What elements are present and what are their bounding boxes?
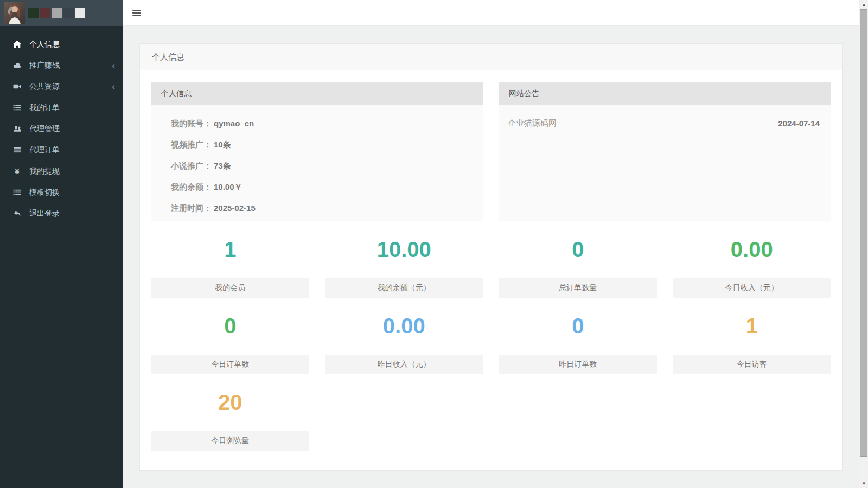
stat-label: 我的余额（元） [326,278,483,298]
stat-card-today-pageviews: 20 今日浏览量 [151,374,309,451]
main-card: 个人信息 个人信息 我的账号：qymao_cn 视频推广：10条 [139,43,843,471]
yen-icon: ¥ [13,167,21,175]
page-title: 个人信息 [140,44,842,70]
stats-grid: 1 我的会员 10.00 我的余额（元） 0 总订单数量 0.00 今日收入（元… [151,221,831,451]
profile-panel-title: 个人信息 [151,82,483,105]
stat-label: 今日访客 [673,355,831,374]
list-icon [13,188,21,196]
scroll-up-icon[interactable]: ▲ [859,0,868,9]
sidebar-item-label: 模板切换 [29,188,116,197]
stat-label: 昨日收入（元） [326,355,483,374]
home-icon [13,40,21,48]
logo-swatch [75,8,85,18]
stat-value: 1 [151,221,309,278]
sidebar-item-template-switch[interactable]: 模板切换 [0,182,123,203]
sidebar-item-promotion[interactable]: 推广赚钱 ‹ [0,55,123,76]
stat-label: 昨日订单数 [499,355,657,374]
profile-row-register-time: 注册时间：2025-02-15 [171,197,483,219]
vertical-scrollbar[interactable]: ▲ ▼ [859,0,868,488]
stat-card-total-orders: 0 总订单数量 [499,221,657,298]
sidebar-item-label: 个人信息 [29,40,116,49]
sidebar-item-profile[interactable]: 个人信息 [0,34,123,55]
sidebar-item-agent-management[interactable]: 代理管理 [0,118,123,139]
stat-label: 我的会员 [151,278,309,298]
card-body: 个人信息 我的账号：qymao_cn 视频推广：10条 小说推广： [140,70,842,451]
scrollbar-thumb[interactable] [860,9,867,457]
stat-card-yesterday-income: 0.00 昨日收入（元） [326,298,483,374]
avatar [4,2,25,24]
users-icon [13,125,21,133]
sidebar-item-label: 我的提现 [29,166,116,176]
sidebar-menu: 个人信息 推广赚钱 ‹ 公共资源 ‹ 我的订单 [0,26,123,224]
notice-panel-title: 网站公告 [499,82,831,105]
logout-icon [13,209,21,217]
notice-name[interactable]: 企业猫源码网 [508,118,557,129]
sidebar: 个人信息 推广赚钱 ‹ 公共资源 ‹ 我的订单 [0,0,123,488]
sidebar-item-my-withdrawal[interactable]: ¥ 我的提现 [0,160,123,182]
profile-row-video-promo: 视频推广：10条 [171,134,483,155]
profile-row-novel-promo: 小说推广：73条 [171,155,483,176]
stat-card-today-orders: 0 今日订单数 [151,298,309,374]
profile-row-balance: 我的余额：10.00￥ [171,176,483,197]
stat-value: 0.00 [326,298,483,355]
stat-label: 今日收入（元） [673,278,831,298]
logo-swatches [27,8,85,18]
profile-info-list: 我的账号：qymao_cn 视频推广：10条 小说推广：73条 我的余额：10.… [151,105,483,219]
video-camera-icon [13,82,21,91]
stat-card-balance: 10.00 我的余额（元） [326,221,483,298]
logo-swatch [28,8,39,18]
scroll-down-icon[interactable]: ▼ [859,479,868,488]
stat-value: 20 [151,374,309,431]
stat-value: 0.00 [673,221,831,278]
stat-label: 今日订单数 [151,355,309,374]
stat-label: 今日浏览量 [151,431,309,451]
chevron-left-icon: ‹ [112,83,115,91]
chevron-left-icon: ‹ [112,62,115,69]
stat-value: 0 [151,298,309,355]
stat-label: 总订单数量 [499,278,657,298]
sidebar-item-label: 退出登录 [29,209,116,219]
sidebar-item-label: 我的订单 [29,103,116,113]
sidebar-item-logout[interactable]: 退出登录 [0,203,123,224]
list-icon [13,104,21,112]
stat-card-yesterday-orders: 0 昨日订单数 [499,298,657,374]
top-navbar [123,0,859,26]
logo-swatch [63,8,74,18]
profile-row-account: 我的账号：qymao_cn [171,113,483,134]
sidebar-item-agent-orders[interactable]: 代理订单 [0,139,123,160]
stat-value: 1 [673,298,831,355]
sidebar-item-public-resources[interactable]: 公共资源 ‹ [0,76,123,97]
stat-value: 10.00 [326,221,483,278]
notice-panel: 网站公告 企业猫源码网 2024-07-14 [499,82,831,221]
sidebar-item-label: 公共资源 [29,82,112,92]
stat-card-today-income: 0.00 今日收入（元） [673,221,831,298]
stat-value: 0 [499,221,657,278]
menu-toggle-icon[interactable] [132,10,141,16]
notice-date: 2024-07-14 [778,119,820,128]
sidebar-item-label: 代理订单 [29,145,116,155]
app-window: 个人信息 推广赚钱 ‹ 公共资源 ‹ 我的订单 [0,0,868,488]
profile-panel: 个人信息 我的账号：qymao_cn 视频推广：10条 小说推广： [151,82,483,221]
bars-icon [13,146,21,154]
stat-card-today-visitors: 1 今日访客 [673,298,831,374]
logo-swatch [40,8,50,18]
sidebar-logo [0,0,123,26]
stat-card-members: 1 我的会员 [151,221,309,298]
stat-value: 0 [499,298,657,355]
notice-item[interactable]: 企业猫源码网 2024-07-14 [499,105,831,129]
sidebar-item-label: 推广赚钱 [29,61,112,70]
sidebar-item-label: 代理管理 [29,124,116,134]
logo-swatch [52,8,62,18]
sidebar-item-my-orders[interactable]: 我的订单 [0,97,123,118]
content-area: 个人信息 个人信息 我的账号：qymao_cn 视频推广：10条 [123,27,859,488]
cloud-icon [13,61,21,69]
